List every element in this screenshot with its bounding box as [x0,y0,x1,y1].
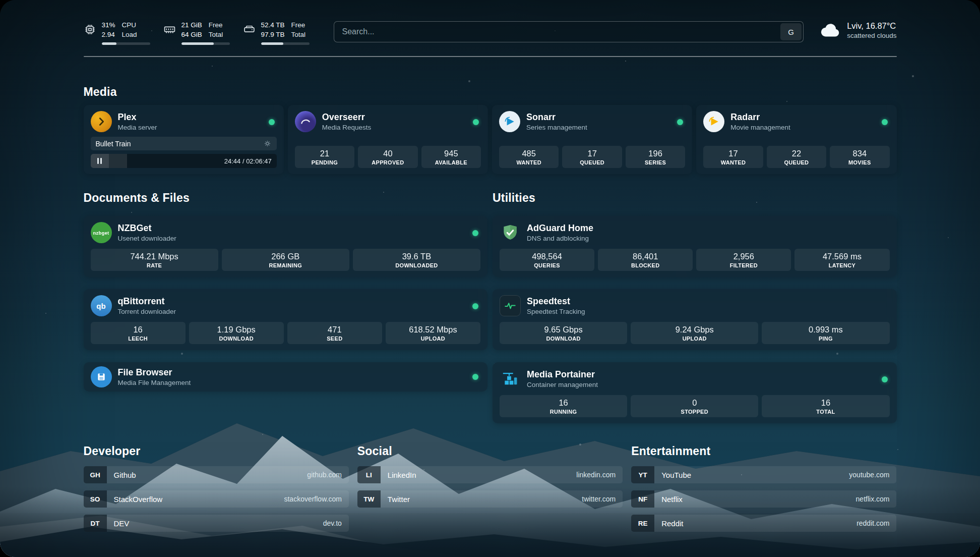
section-title-social: Social [357,444,623,458]
app-card-adguard[interactable]: AdGuard Home DNS and adblocking 498,564 … [493,216,897,277]
app-card-radarr[interactable]: Radarr Movie management 17 WANTED 22 QUE… [696,105,896,174]
bookmark-name: YouTube [661,471,691,479]
bookmark-url: twitter.com [582,495,616,503]
cpu-progress-fill [102,42,117,45]
memory-progress-track [181,42,230,45]
stat-box: 485 WANTED [499,146,559,168]
stats-row: 744.21 Mbps RATE 266 GB REMAINING 39.6 T… [91,249,481,271]
stat-value: 16 [93,325,183,335]
section-title-utilities: Utilities [493,191,897,205]
filebrowser-icon [91,366,112,387]
app-card-qbittorrent[interactable]: qb qBittorrent Torrent downloader 16 LEE… [84,289,488,350]
speedtest-icon [500,295,521,316]
bookmark-url: netflix.com [856,495,890,503]
app-name: Plex [118,112,157,122]
stat-value: 16 [764,398,887,408]
app-card-nzbget[interactable]: nzbget NZBGet Usenet downloader 744.21 M… [84,216,488,277]
bookmarks-developer: Developer GH Github github.com SO StackO… [84,444,349,539]
app-subtitle: DNS and adblocking [527,235,593,242]
app-card-overseerr[interactable]: Overseerr Media Requests 21 PENDING 40 A… [288,105,488,174]
now-playing-title: Bullet Train [96,140,131,148]
bookmark-name: Twitter [388,495,410,504]
app-card-plex[interactable]: Plex Media server Bullet Train 24:44 / 0… [84,105,284,174]
stat-box: 498,564 QUERIES [500,249,594,271]
stat-box: 618.52 Mbps UPLOAD [386,322,480,344]
memory-icon [163,23,176,36]
stat-label: SERIES [628,159,683,165]
stat-label: QUEUED [769,159,824,165]
app-subtitle: Movie management [730,124,790,131]
app-subtitle: Media File Management [118,379,191,386]
stat-value: 21 [297,149,352,158]
stat-box: 0.993 ms PING [762,322,889,344]
bookmark-linkedin[interactable]: LI LinkedIn linkedin.com [357,466,623,483]
stat-box: 834 MOVIES [830,146,889,168]
bookmark-youtube[interactable]: YT YouTube youtube.com [631,466,896,483]
app-card-sonarr[interactable]: Sonarr Series management 485 WANTED 17 Q… [492,105,692,174]
stat-label: UPLOAD [633,336,756,342]
stat-box: 744.21 Mbps RATE [91,249,218,271]
stat-value: 618.52 Mbps [388,325,478,335]
search-input[interactable] [334,21,804,42]
bookmarks-social: Social LI LinkedIn linkedin.com TW Twitt… [357,444,623,539]
stat-label: DOWNLOADED [355,262,478,268]
stats-row: 21 PENDING 40 APPROVED 945 AVAILABLE [295,146,481,168]
stat-label: LATENCY [797,262,887,268]
bookmark-abbr: TW [357,490,381,508]
pause-button[interactable] [91,154,109,168]
qbittorrent-icon: qb [91,295,112,316]
bookmark-abbr: LI [357,466,381,483]
bookmark-abbr: YT [631,466,654,483]
app-name: qBittorrent [118,296,176,306]
stat-value: 40 [360,149,415,158]
stat-label: RUNNING [502,409,625,415]
stat-box: 9.24 Gbps UPLOAD [631,322,758,344]
gear-icon[interactable] [263,139,272,148]
app-card-portainer[interactable]: Media Portainer Container management 16 … [493,362,897,423]
bookmark-netflix[interactable]: NF Netflix netflix.com [631,490,896,508]
stat-value: 945 [423,149,479,158]
bookmark-twitter[interactable]: TW Twitter twitter.com [357,490,623,508]
stat-label: DOWNLOAD [191,336,282,342]
stat-value: 39.6 TB [355,252,478,261]
search-engine-button[interactable]: G [780,23,802,40]
stat-box: 40 APPROVED [358,146,417,168]
bookmark-dev[interactable]: DT DEV dev.to [84,515,349,532]
cpu-progress-track [102,42,150,45]
app-card-filebrowser[interactable]: File Browser Media File Management [84,362,488,392]
app-card-speedtest[interactable]: Speedtest Speedtest Tracking 9.65 Gbps D… [493,289,897,350]
snow-speckles [0,0,1,1]
stat-value: 485 [501,149,557,158]
bookmark-name: Github [114,471,136,479]
utilities-column: Utilities AdGuard Home DNS and adblockin… [493,191,897,423]
stat-value: 17 [564,149,620,158]
app-name: Sonarr [526,112,587,122]
stat-value: 266 GB [224,252,347,261]
cpu-load: 2.94 [102,30,115,39]
bookmark-reddit[interactable]: RE Reddit reddit.com [631,515,896,532]
stat-label: LEECH [93,336,183,342]
stat-value: 9.24 Gbps [633,325,756,335]
app-subtitle: Speedtest Tracking [527,308,585,315]
weather-condition: scattered clouds [847,32,896,39]
bookmark-abbr: SO [84,490,107,508]
stat-value: 2,956 [698,252,789,261]
app-subtitle: Usenet downloader [118,235,176,242]
section-title-documents: Documents & Files [84,191,488,205]
playback-bar: 24:44 / 02:06:47 [91,154,277,168]
bookmark-stackoverflow[interactable]: SO StackOverflow stackoverflow.com [84,490,349,508]
app-name: Radarr [730,112,790,122]
section-title-entertainment: Entertainment [631,444,896,458]
stat-label: WANTED [705,159,761,165]
stats-row: 498,564 QUERIES 86,401 BLOCKED 2,956 FIL… [500,249,890,271]
app-name: Speedtest [527,296,585,306]
bookmark-name: LinkedIn [388,471,416,479]
memory-free-label: Free [209,20,223,30]
app-name: NZBGet [118,223,176,233]
now-playing-row: Bullet Train [91,137,277,150]
stats-row: 17 WANTED 22 QUEUED 834 MOVIES [703,146,889,168]
memory-free: 21 GiB [181,20,202,30]
bookmark-github[interactable]: GH Github github.com [84,466,349,483]
cpu-load-label: Load [122,30,137,39]
bookmarks-entertainment: Entertainment YT YouTube youtube.com NF … [631,444,896,539]
